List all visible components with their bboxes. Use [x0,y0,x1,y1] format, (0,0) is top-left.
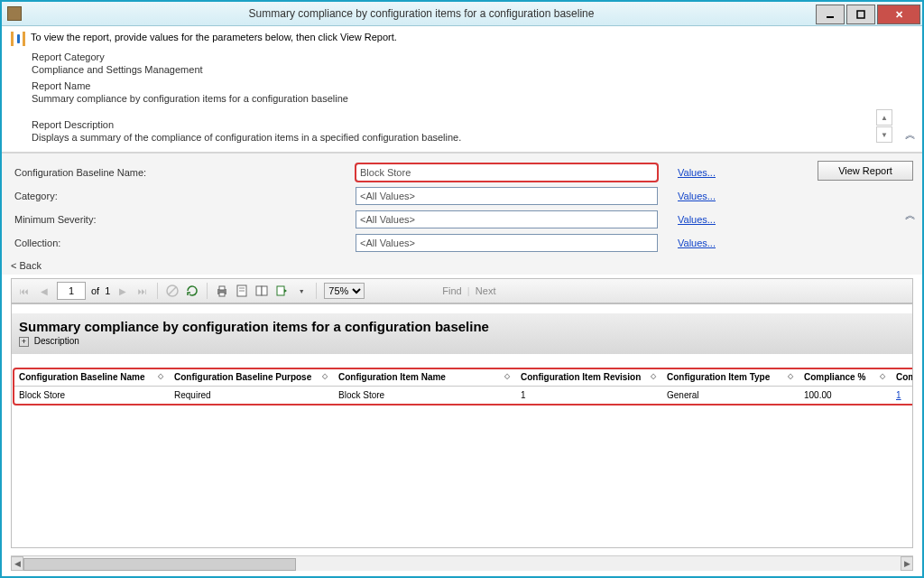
body: To view the report, provide values for t… [2,26,922,576]
col-baseline-name[interactable]: Configuration Baseline Name◇ [14,368,169,387]
svg-rect-10 [256,286,262,295]
svg-rect-1 [857,11,864,18]
col-item-type[interactable]: Configuration Item Type◇ [661,368,799,387]
report-viewer[interactable]: Summary compliance by configuration item… [11,303,913,548]
col-compliance-pct[interactable]: Compliance %◇ [799,368,891,387]
cell-compliant-link[interactable]: 1 [896,390,901,400]
page-number-input[interactable] [57,282,86,300]
stop-icon[interactable] [165,284,180,298]
window-buttons: ✕ [816,3,922,24]
report-desc-toggle-label: Description [34,336,79,346]
expand-description-icon[interactable]: + [19,337,29,347]
export-dropdown-icon[interactable]: ▼ [294,284,309,298]
zoom-select[interactable]: 75% [324,283,365,299]
report-name-value: Summary compliance by configuration item… [32,93,913,104]
next-page-icon[interactable]: ▶ [116,284,130,298]
page-setup-icon[interactable] [254,284,269,298]
cell-item: Block Store [333,387,515,405]
report-category-value: Compliance and Settings Management [32,64,913,75]
app-window: Summary compliance by configuration item… [0,0,924,578]
last-page-icon[interactable]: ⏭ [135,284,150,298]
window-title: Summary compliance by configuration item… [27,7,816,20]
cell-type: General [661,387,799,405]
refresh-icon[interactable] [185,284,199,298]
cell-purpose: Required [169,387,333,405]
values-link-severity[interactable]: Values... [678,214,716,225]
spin-buttons[interactable]: ▲ ▼ [876,109,892,143]
col-baseline-purpose[interactable]: Configuration Baseline Purpose◇ [169,368,333,387]
values-link-baseline[interactable]: Values... [678,167,716,178]
print-icon[interactable] [215,284,229,298]
cell-compliance: 100.00 [799,387,891,405]
params-table: Configuration Baseline Name: Values... C… [11,161,719,255]
report-pane: Summary compliance by configuration item… [12,304,913,405]
first-page-icon[interactable]: ⏮ [17,284,32,298]
toolbar-sep3 [316,283,317,299]
find-link[interactable]: Find [442,285,461,296]
close-button[interactable]: ✕ [877,5,920,24]
col-item-name[interactable]: Configuration Item Name◇ [333,368,515,387]
info-panel: To view the report, provide values for t… [2,26,922,152]
values-link-collection[interactable]: Values... [678,238,716,248]
results-table: Configuration Baseline Name◇ Configurati… [14,368,913,405]
svg-rect-12 [277,286,284,295]
toolbar-sep [157,283,158,299]
svg-line-3 [169,287,176,294]
minimize-button[interactable] [816,5,845,24]
horizontal-scrollbar[interactable]: ◀ ▶ [11,555,913,571]
back-link[interactable]: < Back [11,260,751,271]
report-name-label: Report Name [32,80,913,91]
param-label-category: Category: [11,184,352,208]
prev-page-icon[interactable]: ◀ [37,284,51,298]
params-collapse-chevron-icon[interactable]: ︽ [905,208,913,223]
scroll-thumb[interactable] [23,558,296,571]
print-layout-icon[interactable] [235,284,249,298]
scroll-right-icon[interactable]: ▶ [901,556,913,571]
table-header-row: Configuration Baseline Name◇ Configurati… [14,368,913,387]
parameters-panel: Configuration Baseline Name: Values... C… [2,153,922,275]
spin-up-icon[interactable]: ▲ [876,109,892,126]
svg-rect-11 [262,286,267,295]
page-of-label: of [91,285,99,296]
cell-revision: 1 [515,387,661,405]
collapse-chevron-icon[interactable]: ︽ [905,127,913,143]
titlebar: Summary compliance by configuration item… [2,2,922,26]
svg-rect-5 [219,286,225,290]
view-report-button[interactable]: View Report [818,161,913,181]
report-category-label: Report Category [32,51,913,62]
values-link-category[interactable]: Values... [678,191,716,201]
find-next-group: Find | Next [442,285,495,296]
report-title: Summary compliance by configuration item… [19,319,913,334]
param-input-category[interactable] [356,187,658,205]
scroll-left-icon[interactable]: ◀ [11,556,23,571]
info-icon [11,32,25,46]
app-icon [7,6,22,21]
toolbar-sep2 [207,283,208,299]
param-input-collection[interactable] [356,234,658,252]
export-icon[interactable] [274,284,289,298]
param-label-collection: Collection: [11,231,352,255]
col-item-revision[interactable]: Configuration Item Revision◇ [515,368,661,387]
report-desc-value: Displays a summary of the compliance of … [32,132,871,143]
report-desc-label: Report Description [32,119,871,130]
col-compliant[interactable]: Compliant◇ [891,368,913,387]
intro-text: To view the report, provide values for t… [31,32,397,42]
report-title-bar: Summary compliance by configuration item… [12,313,913,354]
total-pages: 1 [105,285,110,296]
cell-baseline: Block Store [14,387,169,405]
next-link[interactable]: Next [476,285,496,296]
report-toolbar: ⏮ ◀ of 1 ▶ ⏭ [11,278,913,303]
param-label-baseline: Configuration Baseline Name: [11,161,352,184]
param-input-baseline[interactable] [356,163,658,182]
table-row: Block Store Required Block Store 1 Gener… [14,387,913,405]
param-input-severity[interactable] [356,210,658,228]
maximize-button[interactable] [846,5,875,24]
param-label-severity: Minimum Severity: [11,208,352,231]
spin-down-icon[interactable]: ▼ [876,126,892,143]
svg-rect-6 [219,293,225,296]
